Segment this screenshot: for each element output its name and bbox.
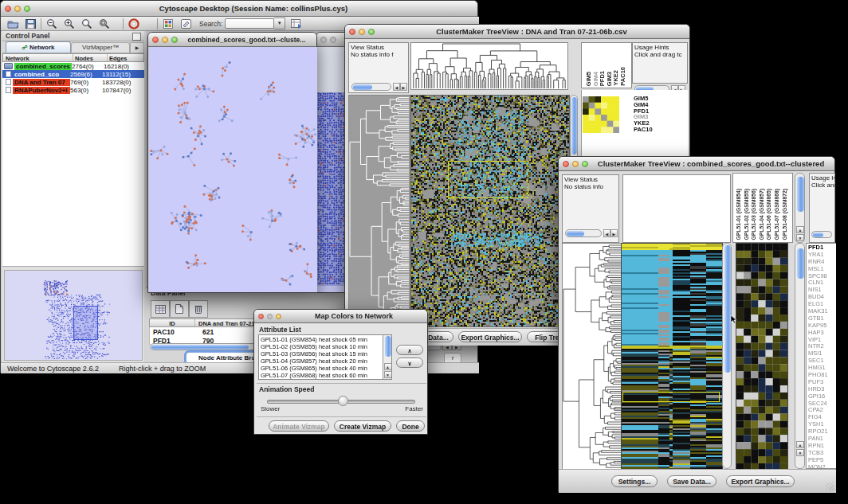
attribute-list-item[interactable]: GPL51-04 (GSM857) heat shock 20 min — [259, 357, 382, 365]
float-panel-icon[interactable] — [132, 33, 141, 41]
scroll-down-arrow[interactable]: ▼ — [384, 371, 392, 378]
slider-thumb[interactable] — [338, 396, 348, 406]
tv1-heatmap[interactable] — [410, 95, 570, 327]
new-attribute-icon[interactable] — [170, 300, 189, 318]
close-button[interactable] — [5, 6, 11, 12]
zoom-in-icon[interactable] — [61, 18, 78, 30]
scroll-down-arrow[interactable]: ▼ — [796, 234, 804, 241]
settings-button[interactable]: Settings... — [611, 475, 658, 487]
zoom-button[interactable] — [171, 37, 178, 43]
divider — [257, 383, 426, 384]
tv2-zoom-heatmap[interactable] — [736, 243, 788, 471]
attribute-list-item[interactable]: GPL51-03 (GSM856) heat shock 15 min — [259, 350, 382, 357]
close-button[interactable] — [563, 161, 569, 167]
tab-overflow-button[interactable]: ▶ — [130, 42, 144, 53]
dense-network-canvas[interactable] — [317, 47, 346, 292]
minimize-button[interactable] — [572, 161, 579, 167]
tv2-vscrollbar[interactable] — [722, 243, 732, 469]
tab-vizmapper[interactable]: VizMapper™ — [71, 42, 130, 53]
scroll-up-arrow[interactable]: ▲ — [796, 226, 804, 233]
treeview1-titlebar[interactable]: ClusterMaker TreeView : DNA and Tran 07-… — [345, 25, 689, 39]
close-button[interactable] — [320, 37, 327, 43]
col-network[interactable]: Network — [3, 54, 73, 61]
tv2-row-dendrogram[interactable] — [562, 243, 622, 471]
scroll-up-arrow[interactable]: ▲ — [384, 363, 392, 370]
col-id[interactable]: ID — [150, 319, 195, 326]
minimize-button[interactable] — [14, 6, 21, 12]
attribute-listbox[interactable]: GPL51-01 (GSM854) heat shock 05 minGPL51… — [258, 334, 392, 380]
view-status-scrollbar[interactable] — [351, 83, 391, 91]
tv2-column-tree-area[interactable] — [622, 174, 731, 243]
scroll-right-arrow[interactable]: ▶ — [400, 83, 407, 91]
zoom-button[interactable] — [276, 314, 281, 319]
listbox-scrollbar[interactable]: ▲ ▼ — [383, 335, 391, 379]
network-row[interactable]: combined_sco 2569(6) 13112(15) — [2, 70, 144, 78]
search-input[interactable] — [225, 18, 274, 29]
save-data-button[interactable]: Save Data... — [667, 475, 716, 487]
main-titlebar[interactable]: Cytoscape Desktop (Session Name: collins… — [1, 1, 477, 17]
view-status-scrollbar[interactable] — [565, 229, 602, 237]
annotation-icon[interactable] — [177, 18, 194, 30]
toolbar-separator — [41, 18, 41, 29]
tv1-similarity-matrix[interactable] — [583, 96, 619, 133]
tv1-row-dendrogram[interactable] — [348, 95, 410, 327]
resize-grip[interactable] — [826, 483, 834, 490]
status-welcome: Welcome to Cytoscape 2.6.2 — [7, 365, 99, 373]
background-window-titlebar[interactable] — [316, 33, 345, 47]
tv1-column-dendrogram[interactable] — [410, 42, 568, 90]
scroll-left-arrow[interactable]: ◀ — [603, 229, 610, 237]
tab-network[interactable]: ☍ Network — [6, 41, 71, 53]
done-button[interactable]: Done — [396, 420, 425, 432]
col-edges[interactable]: Edges — [108, 54, 143, 61]
col-nodes[interactable]: Nodes — [73, 54, 108, 61]
minimize-button[interactable] — [267, 314, 273, 319]
zoom-button[interactable] — [582, 161, 588, 167]
vizmapper-icon[interactable] — [159, 18, 177, 30]
zoom-actual-icon[interactable] — [78, 18, 96, 30]
attribute-list-item[interactable]: GPL51-02 (GSM855) heat shock 10 min — [259, 343, 382, 350]
attribute-list-item[interactable]: GPL51-01 (GSM854) heat shock 05 min — [259, 336, 382, 343]
network-window-titlebar[interactable]: combined_scores_good.txt--cluste... — [148, 33, 316, 47]
create-vizmap-button[interactable]: Create Vizmap — [334, 420, 391, 432]
zoom-selected-icon[interactable] — [96, 18, 113, 30]
network-row[interactable]: RNAPuberNov2+I 563(0) 107847(0) — [2, 86, 144, 94]
export-graphics-button[interactable]: Export Graphics... — [458, 331, 522, 342]
save-icon[interactable] — [22, 18, 39, 30]
minimize-button[interactable] — [162, 37, 168, 43]
table-icon[interactable] — [151, 300, 170, 318]
move-up-button[interactable]: ∧ — [396, 345, 423, 355]
search-dropdown-button[interactable]: ▼ — [274, 18, 285, 29]
open-folder-icon[interactable] — [4, 18, 22, 30]
network-overview[interactable] — [2, 267, 144, 362]
help-lifering-icon[interactable] — [125, 18, 143, 30]
tv2-gene-scrollbar[interactable]: ▲ ▼ — [795, 243, 805, 469]
tv2-heatmap[interactable] — [621, 243, 723, 471]
usage-scrollbar[interactable] — [811, 231, 832, 238]
move-down-button[interactable]: ∨ — [396, 357, 423, 368]
scroll-up-arrow[interactable]: ▲ — [796, 441, 804, 448]
close-button[interactable] — [349, 29, 355, 35]
scroll-left-arrow[interactable]: ◀ — [393, 83, 400, 91]
minimize-button[interactable] — [359, 29, 365, 35]
dialog-titlebar[interactable]: Map Colors to Network — [254, 310, 427, 323]
treeview2-titlebar[interactable]: ClusterMaker TreeView : combined_scores_… — [559, 157, 834, 171]
attribute-list-item[interactable]: GPL51-07 (GSM868) heat shock 60 min — [259, 372, 382, 379]
scroll-down-arrow[interactable]: ▼ — [796, 449, 804, 456]
zoom-button[interactable] — [24, 6, 30, 12]
close-button[interactable] — [258, 314, 264, 319]
network-canvas[interactable] — [149, 47, 317, 292]
network-row[interactable]: combined_scores 2764(0) 16218(0) — [2, 62, 144, 70]
delete-attribute-icon[interactable] — [189, 300, 208, 318]
network-row[interactable]: DNA and Tran 07 769(0) 183728(0) — [2, 78, 144, 86]
close-button[interactable] — [152, 37, 159, 43]
export-graphics-button[interactable]: Export Graphics... — [726, 475, 795, 487]
animation-speed-slider[interactable] — [267, 400, 415, 404]
minimize-button[interactable] — [330, 37, 336, 43]
scroll-right-arrow[interactable]: ▶ — [610, 229, 618, 237]
tv2-collabel-scrollbar[interactable]: ▲ ▼ — [795, 173, 805, 243]
animate-vizmap-button[interactable]: Animate Vizmap — [269, 420, 329, 432]
import-table-icon[interactable] — [288, 18, 305, 30]
zoom-button[interactable] — [368, 29, 375, 35]
zoom-out-icon[interactable] — [43, 18, 61, 30]
attribute-list-item[interactable]: GPL51-06 (GSM865) heat shock 40 min — [259, 365, 382, 372]
